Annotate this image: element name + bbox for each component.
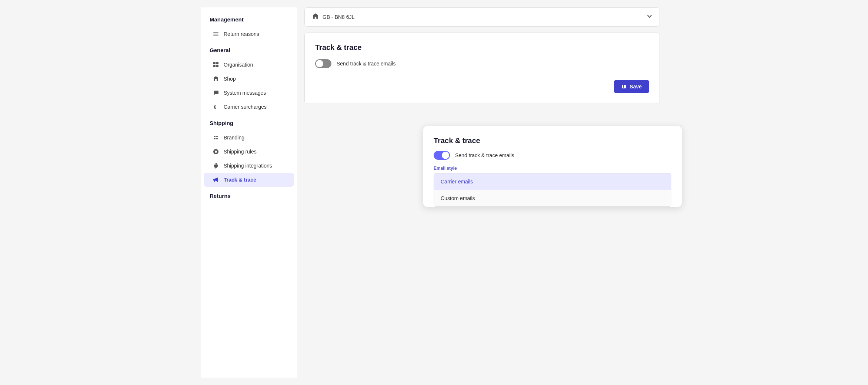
store-selector-left: GB - BN8 6JL bbox=[312, 13, 354, 21]
sidebar-item-label: Shop bbox=[224, 76, 236, 82]
email-option-custom[interactable]: Custom emails bbox=[434, 190, 671, 206]
sidebar-item-label: Branding bbox=[224, 135, 244, 141]
dropdown-card-title: Track & trace bbox=[434, 136, 671, 145]
sidebar-item-label: Shipping rules bbox=[224, 149, 257, 155]
euro-icon: € bbox=[213, 104, 219, 110]
toggle-label: Send track & trace emails bbox=[337, 61, 396, 67]
sidebar-item-shipping-integrations[interactable]: Shipping integrations bbox=[204, 159, 294, 173]
dropdown-toggle-knob bbox=[442, 152, 449, 159]
svg-point-11 bbox=[216, 138, 218, 139]
email-options: Carrier emails Custom emails bbox=[434, 173, 671, 207]
svg-text:€: € bbox=[214, 104, 216, 110]
sidebar-section-title-general: General bbox=[201, 47, 297, 58]
save-icon bbox=[621, 84, 627, 89]
sidebar-section-management: Management Return reasons bbox=[201, 16, 297, 41]
chevron-down-icon bbox=[647, 14, 652, 20]
sidebar-section-shipping: Shipping Branding bbox=[201, 120, 297, 187]
sidebar-section-title-shipping: Shipping bbox=[201, 120, 297, 131]
svg-rect-3 bbox=[213, 62, 216, 64]
store-selector-text: GB - BN8 6JL bbox=[323, 14, 354, 20]
toggle-row: Send track & trace emails bbox=[315, 59, 649, 68]
sidebar-item-shipping-rules[interactable]: Shipping rules bbox=[204, 145, 294, 159]
svg-rect-0 bbox=[213, 32, 218, 33]
dropdown-card: Track & trace Send track & trace emails … bbox=[423, 126, 682, 207]
sidebar: Management Return reasons General bbox=[201, 7, 297, 378]
sidebar-item-branding[interactable]: Branding bbox=[204, 131, 294, 145]
svg-rect-5 bbox=[213, 65, 216, 67]
sidebar-item-carrier-surcharges[interactable]: € Carrier surcharges bbox=[204, 100, 294, 114]
sidebar-item-system-messages[interactable]: System messages bbox=[204, 86, 294, 100]
shop-icon bbox=[213, 75, 219, 82]
email-option-carrier[interactable]: Carrier emails bbox=[434, 173, 671, 190]
dropdown-track-trace-toggle[interactable] bbox=[434, 151, 450, 160]
email-option-carrier-label: Carrier emails bbox=[441, 179, 473, 185]
track-trace-toggle[interactable] bbox=[315, 59, 331, 68]
save-button[interactable]: Save bbox=[614, 80, 649, 93]
sidebar-item-shop[interactable]: Shop bbox=[204, 72, 294, 86]
sidebar-item-track-trace[interactable]: Track & trace bbox=[204, 173, 294, 187]
svg-rect-4 bbox=[216, 62, 218, 64]
svg-rect-1 bbox=[213, 34, 218, 34]
message-icon bbox=[213, 90, 219, 96]
email-option-custom-label: Custom emails bbox=[441, 195, 475, 201]
main-content: GB - BN8 6JL Track & trace Send track & … bbox=[297, 7, 667, 378]
sidebar-item-organisation[interactable]: Organisation bbox=[204, 58, 294, 72]
sidebar-item-label: Return reasons bbox=[224, 31, 259, 37]
sidebar-item-label: System messages bbox=[224, 90, 266, 96]
sidebar-item-label: Organisation bbox=[224, 62, 253, 68]
toggle-knob bbox=[316, 60, 323, 67]
store-selector[interactable]: GB - BN8 6JL bbox=[304, 7, 660, 27]
email-style-label: Email style bbox=[434, 166, 671, 171]
list-icon bbox=[213, 31, 219, 37]
svg-point-9 bbox=[216, 136, 218, 137]
dropdown-toggle-label: Send track & trace emails bbox=[455, 152, 514, 158]
sidebar-item-return-reasons[interactable]: Return reasons bbox=[204, 27, 294, 41]
sidebar-item-label: Track & trace bbox=[224, 177, 256, 183]
palette-icon bbox=[213, 134, 219, 141]
svg-point-8 bbox=[214, 136, 216, 137]
plug-icon bbox=[213, 162, 219, 169]
shop-icon-selector bbox=[312, 13, 319, 21]
svg-rect-6 bbox=[216, 65, 218, 67]
dropdown-toggle-row: Send track & trace emails bbox=[434, 151, 671, 160]
sidebar-item-label: Carrier surcharges bbox=[224, 104, 267, 110]
card-title: Track & trace bbox=[315, 43, 649, 52]
svg-rect-13 bbox=[215, 163, 216, 165]
sidebar-item-label: Shipping integrations bbox=[224, 163, 272, 169]
sidebar-section-returns: Returns bbox=[201, 193, 297, 203]
svg-rect-15 bbox=[216, 168, 216, 169]
sidebar-section-title-returns: Returns bbox=[201, 193, 297, 203]
svg-point-10 bbox=[214, 138, 216, 139]
track-trace-card: Track & trace Send track & trace emails … bbox=[304, 33, 660, 104]
settings-icon bbox=[213, 148, 219, 155]
svg-rect-14 bbox=[216, 163, 217, 165]
grid-icon bbox=[213, 61, 219, 68]
svg-rect-2 bbox=[213, 36, 218, 36]
save-button-label: Save bbox=[630, 84, 642, 90]
sidebar-section-title-management: Management bbox=[201, 16, 297, 27]
svg-point-12 bbox=[216, 151, 217, 152]
megaphone-icon bbox=[213, 176, 219, 183]
sidebar-section-general: General Organisation bbox=[201, 47, 297, 114]
